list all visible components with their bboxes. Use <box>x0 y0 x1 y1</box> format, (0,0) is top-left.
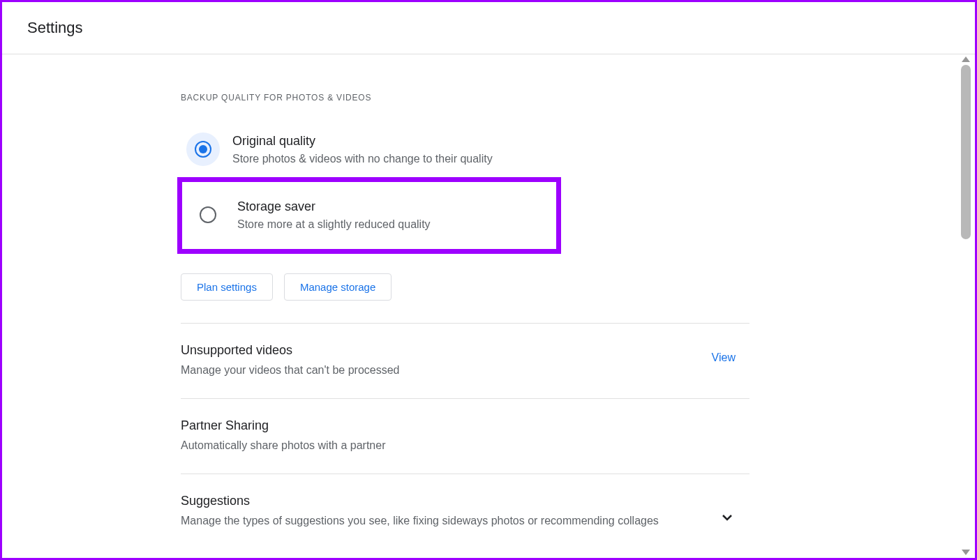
setting-text: Suggestions Manage the types of suggesti… <box>181 494 719 529</box>
setting-title: Partner Sharing <box>181 418 722 433</box>
radio-description: Store more at a slightly reduced quality <box>237 217 431 232</box>
setting-description: Automatically share photos with a partne… <box>181 437 722 454</box>
page-title: Settings <box>27 19 83 37</box>
button-row: Plan settings Manage storage <box>181 273 749 301</box>
radio-text-original: Original quality Store photos & videos w… <box>232 133 493 167</box>
setting-row-unsupported-videos[interactable]: Unsupported videos Manage your videos th… <box>181 324 749 398</box>
setting-row-suggestions[interactable]: Suggestions Manage the types of suggesti… <box>181 474 749 549</box>
scrollbar-thumb[interactable] <box>961 65 971 239</box>
radio-text-storage-saver: Storage saver Store more at a slightly r… <box>237 198 431 232</box>
radio-description: Store photos & videos with no change to … <box>232 151 493 167</box>
settings-scroll-area: BACKUP QUALITY FOR PHOTOS & VIDEOS Origi… <box>2 54 957 558</box>
settings-content: BACKUP QUALITY FOR PHOTOS & VIDEOS Origi… <box>181 54 749 549</box>
manage-storage-button[interactable]: Manage storage <box>284 273 391 301</box>
setting-description: Manage the types of suggestions you see,… <box>181 513 691 529</box>
radio-option-original-quality[interactable]: Original quality Store photos & videos w… <box>181 122 749 177</box>
setting-description: Manage your videos that can't be process… <box>181 362 684 379</box>
setting-title: Unsupported videos <box>181 343 684 358</box>
setting-text: Partner Sharing Automatically share phot… <box>181 418 749 454</box>
radio-button-selected[interactable] <box>186 133 220 166</box>
plan-settings-button[interactable]: Plan settings <box>181 273 273 301</box>
chevron-down-icon[interactable] <box>719 509 736 529</box>
view-link[interactable]: View <box>712 351 736 364</box>
setting-row-partner-sharing[interactable]: Partner Sharing Automatically share phot… <box>181 399 749 474</box>
scroll-down-icon[interactable] <box>962 550 970 555</box>
radio-option-storage-saver[interactable]: Storage saver Store more at a slightly r… <box>177 177 561 253</box>
setting-title: Suggestions <box>181 494 691 508</box>
scroll-up-icon[interactable] <box>962 56 970 62</box>
radio-button-unselected[interactable] <box>191 198 225 232</box>
scrollbar[interactable] <box>959 56 973 555</box>
radio-title: Original quality <box>232 134 493 149</box>
settings-header: Settings <box>2 2 975 54</box>
setting-text: Unsupported videos Manage your videos th… <box>181 343 712 379</box>
radio-title: Storage saver <box>237 199 431 214</box>
backup-quality-section-label: BACKUP QUALITY FOR PHOTOS & VIDEOS <box>181 93 749 103</box>
